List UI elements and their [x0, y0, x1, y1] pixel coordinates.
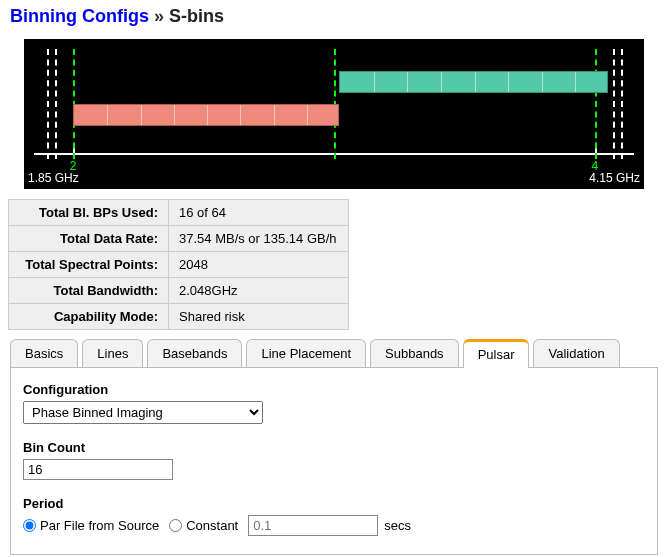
guide-white: [55, 49, 57, 159]
summary-label: Total Bl. BPs Used:: [9, 200, 169, 226]
pulsar-panel: Configuration Phase Binned Imaging Bin C…: [10, 367, 658, 555]
tab-lines[interactable]: Lines: [82, 339, 143, 367]
period-label: Period: [23, 496, 645, 511]
period-const-label: Constant: [186, 518, 238, 533]
summary-row: Total Bl. BPs Used:16 of 64: [9, 200, 349, 226]
guide-white: [47, 49, 49, 159]
period-const-input[interactable]: [248, 515, 378, 536]
bin-count-input[interactable]: [23, 459, 173, 480]
tab-validation[interactable]: Validation: [533, 339, 619, 367]
summary-row: Capability Mode:Shared risk: [9, 304, 349, 330]
axis-min-label: 1.85 GHz: [28, 171, 79, 185]
summary-row: Total Bandwidth:2.048GHz: [9, 278, 349, 304]
summary-label: Capability Mode:: [9, 304, 169, 330]
tab-basics[interactable]: Basics: [10, 339, 78, 367]
tab-basebands[interactable]: Basebands: [147, 339, 242, 367]
summary-value: Shared risk: [169, 304, 349, 330]
summary-value: 2.048GHz: [169, 278, 349, 304]
summary-row: Total Data Rate:37.54 MB/s or 135.14 GB/…: [9, 226, 349, 252]
period-par-radio[interactable]: [23, 519, 36, 532]
period-unit: secs: [384, 518, 411, 533]
breadcrumb-root[interactable]: Binning Configs: [10, 6, 149, 26]
tab-subbands[interactable]: Subbands: [370, 339, 459, 367]
guide-white: [613, 49, 615, 159]
period-par-label: Par File from Source: [40, 518, 159, 533]
breadcrumb-sep: »: [154, 6, 164, 26]
band-green: [339, 71, 608, 93]
guide-green: [595, 49, 597, 159]
tab-bar: BasicsLinesBasebandsLine PlacementSubban…: [0, 338, 668, 367]
tab-pulsar[interactable]: Pulsar: [463, 339, 530, 368]
summary-value: 37.54 MB/s or 135.14 GB/h: [169, 226, 349, 252]
guide-white: [621, 49, 623, 159]
summary-row: Total Spectral Points:2048: [9, 252, 349, 278]
bin-count-label: Bin Count: [23, 440, 645, 455]
configuration-select[interactable]: Phase Binned Imaging: [23, 401, 263, 424]
period-const-option[interactable]: Constant: [169, 518, 238, 533]
summary-label: Total Data Rate:: [9, 226, 169, 252]
tab-line-placement[interactable]: Line Placement: [246, 339, 366, 367]
summary-table: Total Bl. BPs Used:16 of 64Total Data Ra…: [8, 199, 349, 330]
axis-max-label: 4.15 GHz: [589, 171, 640, 185]
period-par-option[interactable]: Par File from Source: [23, 518, 159, 533]
summary-value: 16 of 64: [169, 200, 349, 226]
band-red: [73, 104, 339, 126]
spectrum-chart: 241.85 GHz4.15 GHz: [2, 39, 666, 189]
breadcrumb-current: S-bins: [169, 6, 224, 26]
summary-label: Total Bandwidth:: [9, 278, 169, 304]
configuration-label: Configuration: [23, 382, 645, 397]
breadcrumb: Binning Configs » S-bins: [0, 0, 668, 33]
summary-label: Total Spectral Points:: [9, 252, 169, 278]
period-const-radio[interactable]: [169, 519, 182, 532]
summary-value: 2048: [169, 252, 349, 278]
